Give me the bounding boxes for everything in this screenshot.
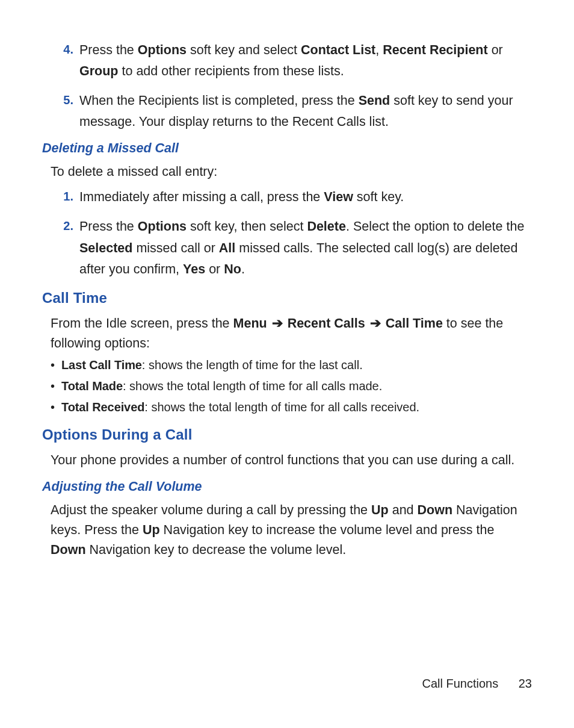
page-footer: Call Functions 23 [422, 677, 532, 691]
footer-section-label: Call Functions [422, 677, 498, 690]
intro-call-time: From the Idle screen, press the Menu ➔ R… [51, 314, 532, 354]
list-item: •Total Made: shows the total length of t… [51, 377, 532, 396]
list-number: 5. [59, 90, 79, 110]
list-item: 5.When the Recipients list is completed,… [59, 90, 532, 132]
arrow-icon: ➔ [369, 314, 382, 334]
list-item-text: Press the Options soft key and select Co… [79, 40, 532, 82]
list-item-text: Total Made: shows the total length of ti… [61, 377, 532, 396]
footer-page-number: 23 [519, 677, 532, 690]
list-item: 1.Immediately after missing a call, pres… [59, 187, 532, 208]
arrow-icon: ➔ [271, 314, 284, 334]
bullet-icon: • [51, 356, 61, 374]
list-item: •Last Call Time: shows the length of tim… [51, 356, 532, 375]
numbered-list-delete: 1.Immediately after missing a call, pres… [42, 187, 532, 279]
list-item: •Total Received: shows the total length … [51, 398, 532, 417]
list-item-text: Last Call Time: shows the length of time… [61, 356, 532, 375]
list-number: 2. [59, 216, 79, 235]
heading-call-time: Call Time [42, 290, 532, 306]
bullet-icon: • [51, 398, 61, 416]
heading-options-during-call: Options During a Call [42, 426, 532, 443]
subheading-deleting-missed-call: Deleting a Missed Call [42, 141, 532, 156]
list-item-text: Press the Options soft key, then select … [79, 216, 532, 279]
list-number: 4. [59, 40, 79, 59]
subheading-adjusting-call-volume: Adjusting the Call Volume [42, 479, 532, 494]
list-item-text: Immediately after missing a call, press … [79, 187, 532, 208]
intro-delete: To delete a missed call entry: [51, 162, 532, 182]
list-number: 1. [59, 187, 79, 206]
para-adjusting-call-volume: Adjust the speaker volume during a call … [51, 500, 532, 561]
list-item-text: Total Received: shows the total length o… [61, 398, 532, 417]
intro-options-during-call: Your phone provides a number of control … [51, 450, 532, 470]
bullet-icon: • [51, 377, 61, 395]
numbered-list-top: 4.Press the Options soft key and select … [42, 40, 532, 132]
list-item-text: When the Recipients list is completed, p… [79, 90, 532, 132]
list-item: 2.Press the Options soft key, then selec… [59, 216, 532, 279]
bullet-list-call-time: •Last Call Time: shows the length of tim… [51, 356, 532, 417]
list-item: 4.Press the Options soft key and select … [59, 40, 532, 82]
